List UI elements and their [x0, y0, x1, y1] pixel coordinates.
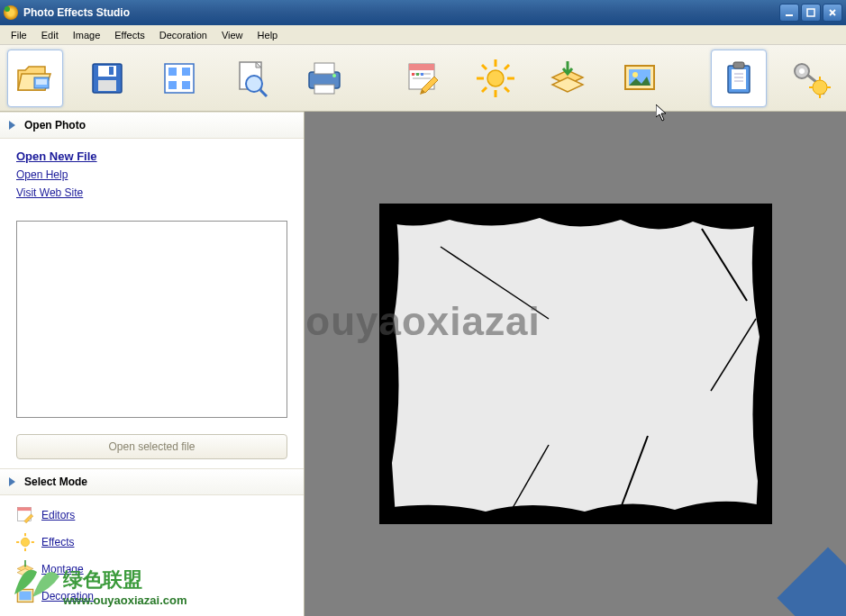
close-button[interactable] [823, 4, 842, 22]
svg-line-17 [260, 90, 267, 96]
minimize-button[interactable] [779, 4, 799, 22]
svg-rect-13 [168, 81, 177, 89]
arrow-right-icon [9, 477, 15, 486]
toolbar-decoration-button[interactable] [612, 50, 668, 107]
mode-editors-label: Editors [41, 509, 75, 521]
svg-line-34 [482, 65, 487, 69]
link-visit-web-site[interactable]: Visit Web Site [16, 186, 287, 199]
menu-view[interactable]: View [214, 28, 250, 42]
picture-decoration-icon [620, 59, 660, 98]
svg-rect-14 [182, 81, 190, 89]
svg-rect-62 [19, 592, 31, 601]
sidebar: Open Photo Open New File Open Help Visit… [0, 112, 305, 616]
svg-rect-42 [732, 69, 746, 89]
select-mode-panel: Editors Effects Montage Decoration [0, 495, 304, 616]
calendar-edit-icon [14, 504, 36, 526]
svg-rect-11 [168, 68, 177, 76]
app-icon [4, 5, 18, 20]
open-photo-header[interactable]: Open Photo [0, 112, 304, 139]
grunge-frame-icon [387, 211, 765, 517]
svg-point-21 [332, 74, 336, 77]
open-photo-title: Open Photo [24, 119, 86, 131]
key-register-icon [789, 57, 832, 100]
app-title: Photo Effects Studio [23, 6, 779, 19]
canvas-area[interactable] [305, 112, 846, 616]
grid-view-icon [159, 59, 199, 98]
calendar-edit-icon [404, 59, 443, 98]
toolbar-open-button[interactable] [7, 50, 63, 107]
svg-rect-23 [409, 64, 434, 70]
select-mode-header[interactable]: Select Mode [0, 468, 304, 495]
toolbar-print-button[interactable] [296, 50, 352, 107]
mode-decoration-label: Decoration [41, 590, 94, 602]
open-photo-panel: Open New File Open Help Visit Web Site [0, 139, 304, 212]
svg-point-40 [632, 72, 638, 77]
svg-point-29 [487, 70, 504, 86]
link-open-new-file[interactable]: Open New File [16, 149, 287, 163]
toolbar-zoom-button[interactable] [223, 50, 279, 107]
preview-box [16, 221, 287, 418]
svg-rect-19 [314, 63, 334, 74]
svg-rect-63 [387, 211, 765, 517]
open-selected-file-button[interactable]: Open selected file [16, 434, 287, 459]
menubar: File Edit Image Effects Decoration View … [0, 25, 846, 45]
svg-rect-12 [182, 68, 190, 76]
select-mode-title: Select Mode [24, 476, 87, 488]
svg-rect-1 [807, 9, 814, 16]
print-icon [304, 58, 345, 99]
toolbar-montage-button[interactable] [540, 50, 596, 107]
menu-image[interactable]: Image [66, 28, 108, 42]
svg-rect-27 [416, 73, 419, 76]
svg-point-16 [246, 76, 262, 92]
picture-decoration-icon [14, 585, 36, 607]
svg-rect-26 [412, 73, 414, 76]
sun-effects-icon [14, 531, 36, 553]
toolbar-editors-button[interactable] [395, 50, 450, 107]
photo-frame [379, 204, 772, 524]
toolbar-save-button[interactable] [79, 50, 135, 107]
link-open-help[interactable]: Open Help [16, 168, 287, 181]
menu-file[interactable]: File [4, 28, 34, 42]
svg-line-36 [482, 87, 487, 92]
svg-line-37 [505, 65, 509, 69]
maximize-button[interactable] [801, 4, 821, 22]
mode-decoration[interactable]: Decoration [14, 585, 150, 607]
toolbar [0, 45, 846, 112]
svg-rect-28 [421, 73, 423, 76]
sun-effects-icon [475, 58, 516, 99]
zoom-page-icon [232, 59, 272, 98]
arrow-right-icon [9, 121, 15, 130]
svg-rect-43 [733, 62, 744, 68]
save-disk-icon [87, 59, 127, 98]
clipboard-icon [719, 59, 759, 98]
corner-ribbon [777, 547, 846, 616]
svg-point-49 [813, 80, 827, 95]
folder-open-icon [14, 58, 56, 99]
svg-rect-5 [36, 79, 47, 85]
svg-point-56 [21, 538, 29, 546]
toolbar-clipboard-button[interactable] [711, 50, 767, 107]
mode-editors[interactable]: Editors [14, 504, 150, 526]
titlebar: Photo Effects Studio [0, 0, 846, 25]
svg-rect-8 [98, 80, 116, 91]
layers-montage-icon [547, 58, 588, 99]
mode-montage[interactable]: Montage [14, 558, 150, 580]
layers-montage-icon [14, 558, 36, 580]
menu-effects[interactable]: Effects [107, 28, 151, 42]
toolbar-grid-button[interactable] [151, 50, 207, 107]
window-controls [779, 4, 842, 22]
mode-effects[interactable]: Effects [14, 531, 150, 553]
svg-rect-55 [17, 507, 31, 511]
menu-decoration[interactable]: Decoration [152, 28, 214, 42]
mode-montage-label: Montage [41, 563, 84, 575]
toolbar-register-button[interactable] [783, 50, 839, 107]
svg-line-35 [505, 87, 509, 92]
toolbar-effects-button[interactable] [468, 50, 523, 107]
svg-rect-20 [314, 85, 334, 94]
content-area: Open Photo Open New File Open Help Visit… [0, 112, 846, 616]
svg-rect-0 [786, 14, 793, 16]
menu-edit[interactable]: Edit [34, 28, 66, 42]
photo-inner [387, 211, 765, 517]
svg-rect-9 [109, 67, 114, 75]
menu-help[interactable]: Help [250, 28, 286, 42]
